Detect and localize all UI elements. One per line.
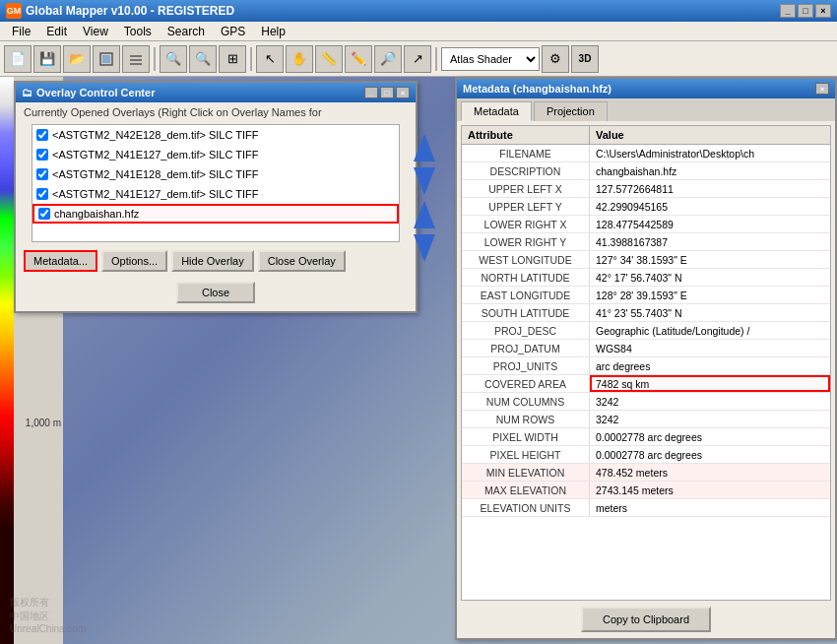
value-cell: 2743.145 meters bbox=[590, 482, 830, 498]
select-button[interactable]: ↖ bbox=[256, 45, 284, 73]
attr-cell: MIN ELEVATION bbox=[462, 464, 590, 481]
metadata-button[interactable]: Metadata... bbox=[24, 250, 97, 272]
overlay-close-btn[interactable]: × bbox=[396, 87, 410, 98]
value-cell: 127° 34' 38.1593" E bbox=[590, 251, 830, 268]
menu-gps[interactable]: GPS bbox=[213, 23, 253, 40]
value-cell: meters bbox=[590, 499, 830, 516]
tab-metadata[interactable]: Metadata bbox=[461, 101, 532, 121]
overlay-item-checkbox[interactable] bbox=[36, 168, 48, 180]
overlay-item-checkbox[interactable] bbox=[38, 208, 50, 220]
colorbar bbox=[0, 77, 14, 644]
overlay-item-checkbox[interactable] bbox=[36, 188, 48, 200]
value-cell: 41° 23' 55.7403" N bbox=[590, 304, 830, 321]
measure-button[interactable]: 📏 bbox=[315, 45, 343, 73]
value-cell: 41.3988167387 bbox=[590, 233, 830, 250]
zoom-fit-button[interactable]: ⊞ bbox=[219, 45, 246, 73]
overlay-button[interactable] bbox=[93, 45, 120, 73]
value-cell: 128.4775442589 bbox=[590, 216, 830, 232]
maximize-button[interactable]: □ bbox=[798, 4, 813, 18]
new-button[interactable]: 📄 bbox=[4, 45, 32, 73]
3d-button[interactable]: 3D bbox=[571, 45, 599, 73]
overlay-maximize-btn[interactable]: □ bbox=[380, 87, 394, 98]
options-button[interactable]: Options... bbox=[101, 250, 167, 272]
overlay-item-checkbox[interactable] bbox=[36, 129, 48, 141]
overlay-list-item[interactable]: <ASTGTM2_N41E128_dem.tif> SILC TIFF bbox=[32, 164, 399, 184]
open-button[interactable]: 📂 bbox=[63, 45, 91, 73]
search-btn[interactable]: 🔎 bbox=[374, 45, 402, 73]
menu-edit[interactable]: Edit bbox=[38, 23, 75, 40]
overlay-list[interactable]: <ASTGTM2_N42E128_dem.tif> SILC TIFF<ASTG… bbox=[32, 124, 400, 242]
menu-view[interactable]: View bbox=[75, 23, 116, 40]
value-cell: Geographic (Latitude/Longitude) / bbox=[590, 322, 830, 339]
shader-dropdown[interactable]: Atlas Shader bbox=[441, 47, 540, 71]
tab-projection[interactable]: Projection bbox=[534, 101, 608, 121]
overlay-list-item[interactable]: <ASTGTM2_N41E127_dem.tif> SILC TIFF bbox=[32, 145, 399, 164]
overlay-item-checkbox[interactable] bbox=[36, 149, 48, 161]
separator-3 bbox=[435, 47, 437, 71]
copy-to-clipboard-button[interactable]: Copy to Clipboard bbox=[581, 607, 711, 632]
attr-cell: COVERED AREA bbox=[462, 375, 590, 392]
value-cell: 478.452 meters bbox=[590, 464, 830, 481]
overlay-header-text: Currently Opened Overlays (Right Click o… bbox=[16, 102, 416, 122]
attr-cell: MAX ELEVATION bbox=[462, 482, 590, 498]
table-row: PROJ_DATUMWGS84 bbox=[462, 340, 830, 357]
app-title: Global Mapper v10.00 - REGISTERED bbox=[26, 4, 234, 18]
menu-search[interactable]: Search bbox=[160, 23, 213, 40]
close-overlay-button[interactable]: Close Overlay bbox=[258, 250, 346, 272]
overlay-list-item[interactable]: <ASTGTM2_N41E127_dem.tif> SILC TIFF bbox=[32, 184, 399, 204]
menu-tools[interactable]: Tools bbox=[116, 23, 160, 40]
scroll-down-btn[interactable] bbox=[414, 167, 435, 195]
digitize-button[interactable]: ✏️ bbox=[345, 45, 372, 73]
pan-button[interactable]: ✋ bbox=[286, 45, 313, 73]
table-row: COVERED AREA7482 sq km bbox=[462, 375, 830, 393]
table-row: MIN ELEVATION478.452 meters bbox=[462, 464, 830, 482]
separator-1 bbox=[154, 47, 156, 71]
value-cell: 42.2990945165 bbox=[590, 198, 830, 215]
overlay-list-item[interactable]: changbaishan.hfz bbox=[32, 204, 399, 224]
table-row: PIXEL HEIGHT0.0002778 arc degrees bbox=[462, 446, 830, 464]
zoom-out-button[interactable]: 🔍 bbox=[189, 45, 217, 73]
close-panel-button[interactable]: Close bbox=[176, 282, 255, 303]
close-button[interactable]: × bbox=[815, 4, 831, 18]
overlay-item-label: changbaishan.hfz bbox=[54, 208, 139, 220]
scroll-down2-btn[interactable] bbox=[414, 234, 435, 262]
menu-bar: File Edit View Tools Search GPS Help bbox=[0, 22, 837, 41]
metadata-close-btn[interactable]: × bbox=[815, 83, 829, 95]
overlay-list-item[interactable]: <ASTGTM2_N42E128_dem.tif> SILC TIFF bbox=[32, 125, 399, 145]
value-cell: 3242 bbox=[590, 393, 830, 410]
value-cell: C:\Users\Administrator\Desktop\ch bbox=[590, 145, 830, 161]
metadata-title: Metadata (changbaishan.hfz) bbox=[463, 83, 612, 95]
attr-cell: PROJ_UNITS bbox=[462, 357, 590, 374]
value-cell: WGS84 bbox=[590, 340, 830, 356]
attr-cell: UPPER LEFT Y bbox=[462, 198, 590, 215]
metadata-titlebar: Metadata (changbaishan.hfz) × bbox=[457, 79, 835, 98]
save-button[interactable]: 💾 bbox=[33, 45, 61, 73]
app-icon: GM bbox=[6, 3, 22, 19]
overlay-action-buttons: Metadata... Options... Hide Overlay Clos… bbox=[16, 244, 416, 278]
table-row: ELEVATION UNITSmeters bbox=[462, 499, 830, 517]
close-btn-row: Close bbox=[16, 278, 416, 311]
attr-cell: SOUTH LATITUDE bbox=[462, 304, 590, 321]
table-row: UPPER LEFT Y42.2990945165 bbox=[462, 198, 830, 216]
attr-cell: WEST LONGITUDE bbox=[462, 251, 590, 268]
metadata-tabs: Metadata Projection bbox=[457, 98, 835, 121]
hide-overlay-button[interactable]: Hide Overlay bbox=[171, 250, 254, 272]
menu-help[interactable]: Help bbox=[253, 23, 293, 40]
svg-rect-1 bbox=[102, 55, 110, 63]
scroll-up2-btn[interactable] bbox=[414, 201, 435, 228]
export-button[interactable]: ↗ bbox=[404, 45, 431, 73]
menu-file[interactable]: File bbox=[4, 23, 38, 40]
table-body[interactable]: FILENAMEC:\Users\Administrator\Desktop\c… bbox=[462, 145, 830, 600]
value-cell: arc degrees bbox=[590, 357, 830, 374]
attr-cell: LOWER RIGHT Y bbox=[462, 233, 590, 250]
scroll-controls bbox=[414, 134, 435, 262]
table-row: FILENAMEC:\Users\Administrator\Desktop\c… bbox=[462, 145, 830, 162]
overlay-item-label: <ASTGTM2_N41E127_dem.tif> SILC TIFF bbox=[52, 188, 259, 200]
minimize-button[interactable]: _ bbox=[780, 4, 796, 18]
layer-button[interactable] bbox=[122, 45, 150, 73]
overlay-minimize-btn[interactable]: _ bbox=[364, 87, 378, 98]
attr-cell: NORTH LATITUDE bbox=[462, 269, 590, 286]
config-button[interactable]: ⚙ bbox=[542, 45, 569, 73]
scroll-up-btn[interactable] bbox=[414, 134, 435, 161]
zoom-in-button[interactable]: 🔍 bbox=[160, 45, 187, 73]
